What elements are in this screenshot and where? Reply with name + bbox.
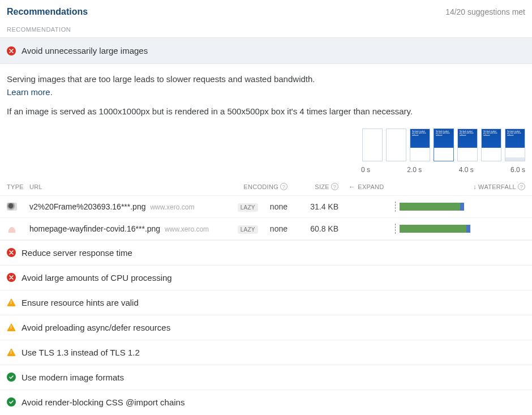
recommendation-row-title: Use TLS 1.3 instead of TLS 1.2: [22, 348, 140, 357]
recommendation-row[interactable]: Avoid large amounts of CPU processing: [0, 265, 532, 290]
recommendations-list: Reduce server response timeAvoid large a…: [0, 240, 532, 414]
resource-row[interactable]: homepage-wayfinder-covid.16***.png www.x…: [0, 218, 532, 240]
fail-icon: [7, 248, 16, 257]
waterfall-cell: [395, 202, 525, 212]
lazy-badge: LAZY: [238, 225, 258, 234]
size-value: 60.8 KB: [310, 224, 338, 233]
resource-domain: www.xero.com: [165, 225, 209, 233]
filmstrip-frame[interactable]: Get back to what you love with Xero soft…: [434, 129, 454, 161]
warn-icon: [7, 298, 16, 306]
arrow-down-icon: ↓: [473, 183, 477, 191]
time-axis-label: 6.0 s: [510, 166, 525, 174]
recommendation-row-title: Avoid large amounts of CPU processing: [22, 273, 172, 283]
recommendation-row[interactable]: Avoid preloading async/defer resources: [0, 315, 532, 340]
help-icon[interactable]: ?: [280, 183, 288, 190]
recommendation-header-row[interactable]: Avoid unnecessarily large images: [0, 38, 532, 64]
waterfall-cell: [395, 224, 525, 234]
recommendation-description: Serving images that are too large leads …: [0, 64, 532, 129]
filmstrip-frame[interactable]: Get back to what you love with Xero soft…: [481, 129, 501, 161]
warn-icon: [7, 323, 16, 331]
help-icon[interactable]: ?: [331, 183, 338, 190]
filmstrip-frame[interactable]: Get back to what you love with Xero soft…: [505, 129, 525, 161]
fail-icon: [7, 46, 16, 55]
col-header-encoding[interactable]: ENCODING ?: [231, 183, 288, 190]
recommendation-row-title: Avoid preloading async/defer resources: [22, 323, 170, 332]
fail-icon: [7, 273, 16, 282]
recommendation-row[interactable]: Reduce server response time: [0, 240, 532, 265]
col-header-waterfall[interactable]: ↓ WATERFALL ?: [395, 183, 525, 191]
filmstrip-frames: Get back to what you love with Xero soft…: [362, 129, 525, 161]
recommendation-row[interactable]: Avoid render-blocking CSS @import chains: [0, 390, 532, 414]
col-header-size[interactable]: SIZE ?: [288, 183, 338, 190]
recommendation-row-title: Reduce server response time: [22, 248, 132, 258]
encoding-value: none: [270, 224, 288, 233]
suggestions-count: 14/20 suggestions met: [445, 7, 525, 16]
time-axis: 0 s2.0 s4.0 s6.0 s: [361, 166, 525, 174]
recommendation-row[interactable]: Use TLS 1.3 instead of TLS 1.2: [0, 340, 532, 365]
lazy-badge: LAZY: [238, 203, 258, 212]
recommendation-title: Avoid unnecessarily large images: [22, 46, 148, 55]
filmstrip-frame[interactable]: Get back to what you love with Xero soft…: [410, 129, 430, 161]
arrow-left-icon: ←: [349, 183, 355, 191]
resource-domain: www.xero.com: [150, 203, 194, 211]
recommendation-row-title: Use modern image formats: [22, 373, 124, 382]
encoding-value: none: [270, 202, 288, 211]
time-axis-label: 0 s: [361, 166, 370, 174]
description-line-2: If an image is served as 1000x1000px but…: [7, 105, 525, 118]
time-axis-label: 2.0 s: [407, 166, 422, 174]
warn-icon: [7, 348, 16, 356]
filmstrip-frame[interactable]: [386, 129, 406, 161]
recommendation-row-title: Ensure resource hints are valid: [22, 298, 139, 307]
resource-filename: v2%20Frame%203693.16***.png: [29, 202, 145, 211]
resource-thumbnail: [7, 203, 17, 211]
size-value: 31.4 KB: [310, 202, 338, 211]
description-line-1: Serving images that are too large leads …: [7, 74, 315, 84]
time-axis-label: 4.0 s: [459, 166, 474, 174]
learn-more-link[interactable]: Learn more.: [7, 87, 53, 97]
pass-icon: [7, 373, 16, 382]
recommendation-row[interactable]: Ensure resource hints are valid: [0, 290, 532, 315]
resource-table-header: TYPE URL ENCODING ? SIZE ? ← EXPAND ↓ WA…: [0, 178, 532, 196]
recommendation-row-title: Avoid render-blocking CSS @import chains: [22, 397, 185, 407]
recommendations-header: Recommendations 14/20 suggestions met: [0, 0, 532, 23]
pass-icon: [7, 397, 16, 407]
recommendation-row[interactable]: Use modern image formats: [0, 365, 532, 390]
resource-filename: homepage-wayfinder-covid.16***.png: [29, 224, 160, 233]
filmstrip-frame[interactable]: [362, 129, 383, 161]
resource-table-body: v2%20Frame%203693.16***.png www.xero.com…: [0, 196, 532, 240]
page-title: Recommendations: [7, 7, 88, 17]
col-header-expand[interactable]: ← EXPAND: [338, 183, 395, 191]
filmstrip-frame[interactable]: Get back to what you love with Xero soft…: [457, 129, 478, 161]
col-header-url[interactable]: URL: [29, 183, 231, 190]
help-icon[interactable]: ?: [518, 183, 525, 190]
resource-row[interactable]: v2%20Frame%203693.16***.png www.xero.com…: [0, 196, 532, 218]
col-header-type[interactable]: TYPE: [7, 183, 29, 190]
resource-thumbnail: [7, 225, 17, 233]
expanded-recommendation: Avoid unnecessarily large images Serving…: [0, 37, 532, 240]
section-label: RECOMMENDATION: [0, 23, 532, 37]
filmstrip-timeline: Get back to what you love with Xero soft…: [0, 129, 532, 178]
